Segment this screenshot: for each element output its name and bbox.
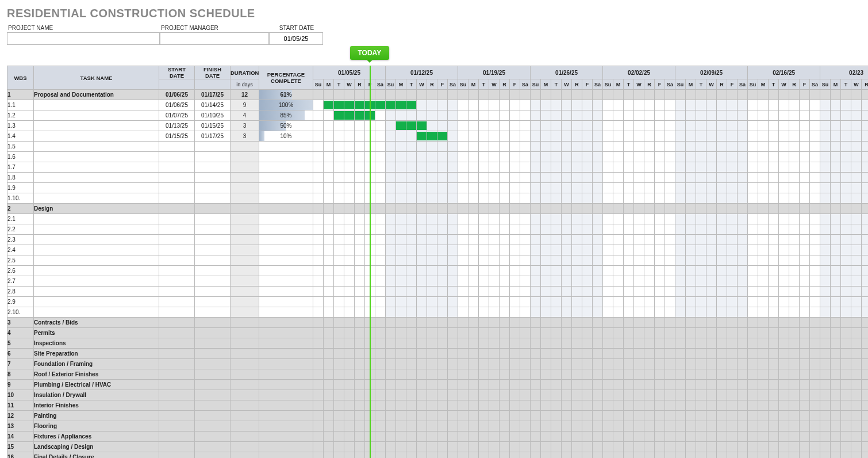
day-cell[interactable] (344, 380, 355, 390)
day-cell[interactable] (427, 400, 437, 411)
day-cell[interactable] (675, 152, 686, 162)
day-cell[interactable] (344, 142, 355, 152)
day-cell[interactable] (500, 400, 510, 411)
day-cell[interactable] (851, 214, 862, 224)
day-cell[interactable] (355, 276, 365, 287)
day-cell[interactable] (468, 142, 479, 152)
day-cell[interactable] (324, 307, 334, 318)
day-cell[interactable] (437, 432, 448, 442)
day-cell[interactable] (841, 432, 851, 442)
day-cell[interactable] (489, 297, 500, 307)
day-cell[interactable] (500, 359, 510, 369)
day-cell[interactable] (748, 380, 758, 390)
day-cell[interactable] (417, 266, 427, 276)
day-cell[interactable] (644, 400, 655, 411)
wbs-cell[interactable]: 15 (7, 442, 34, 452)
day-cell[interactable] (779, 411, 789, 421)
day-cell[interactable] (582, 90, 593, 100)
day-cell[interactable] (489, 110, 500, 121)
day-cell[interactable] (634, 287, 644, 297)
day-cell[interactable] (396, 400, 406, 411)
day-cell[interactable] (500, 183, 510, 193)
day-cell[interactable] (489, 142, 500, 152)
day-cell[interactable] (313, 400, 324, 411)
day-cell[interactable] (727, 142, 738, 152)
day-cell[interactable] (427, 297, 437, 307)
day-cell[interactable] (748, 390, 758, 400)
duration-cell[interactable] (231, 152, 259, 162)
day-cell[interactable] (758, 287, 769, 297)
day-cell[interactable] (375, 328, 386, 338)
day-cell[interactable] (655, 183, 665, 193)
day-cell[interactable] (789, 349, 800, 359)
day-cell[interactable] (738, 235, 748, 245)
day-cell[interactable] (665, 349, 675, 359)
day-cell[interactable] (334, 235, 344, 245)
day-cell[interactable] (851, 235, 862, 245)
day-cell[interactable] (572, 328, 582, 338)
wbs-cell[interactable]: 1.9 (7, 183, 34, 193)
day-cell[interactable] (748, 297, 758, 307)
day-cell[interactable] (613, 110, 624, 121)
day-cell[interactable] (748, 110, 758, 121)
day-cell[interactable] (779, 318, 789, 328)
day-cell[interactable] (386, 421, 396, 432)
day-cell[interactable] (603, 318, 613, 328)
wbs-cell[interactable]: 2.10. (7, 307, 34, 318)
start-cell[interactable] (159, 307, 195, 318)
day-cell[interactable] (675, 380, 686, 390)
day-cell[interactable] (686, 287, 696, 297)
day-cell[interactable] (789, 193, 800, 204)
day-cell[interactable] (375, 90, 386, 100)
day-cell[interactable] (810, 432, 820, 442)
day-cell[interactable] (562, 100, 572, 110)
finish-cell[interactable] (195, 442, 231, 452)
day-cell[interactable] (479, 452, 489, 459)
day-cell[interactable] (582, 359, 593, 369)
day-cell[interactable] (334, 369, 344, 380)
day-cell[interactable] (820, 224, 831, 235)
day-cell[interactable] (644, 121, 655, 131)
day-cell[interactable] (800, 390, 810, 400)
day-cell[interactable] (862, 297, 868, 307)
day-cell[interactable] (355, 442, 365, 452)
day-cell[interactable] (375, 183, 386, 193)
day-cell[interactable] (696, 318, 706, 328)
day-cell[interactable] (706, 287, 717, 297)
day-cell[interactable] (375, 442, 386, 452)
day-cell[interactable] (738, 318, 748, 328)
day-cell[interactable] (665, 131, 675, 142)
day-cell[interactable] (613, 245, 624, 255)
day-cell[interactable] (820, 100, 831, 110)
day-cell[interactable] (779, 110, 789, 121)
day-cell[interactable] (334, 359, 344, 369)
day-cell[interactable] (417, 452, 427, 459)
pct-cell[interactable] (259, 432, 313, 442)
day-cell[interactable] (324, 390, 334, 400)
day-cell[interactable] (489, 380, 500, 390)
day-cell[interactable] (758, 400, 769, 411)
day-cell[interactable] (334, 173, 344, 183)
day-cell[interactable] (344, 307, 355, 318)
task-cell[interactable] (34, 297, 159, 307)
day-cell[interactable] (789, 131, 800, 142)
day-cell[interactable] (686, 349, 696, 359)
finish-cell[interactable] (195, 359, 231, 369)
duration-cell[interactable] (231, 214, 259, 224)
day-cell[interactable] (644, 390, 655, 400)
day-cell[interactable] (727, 276, 738, 287)
day-cell[interactable] (406, 411, 417, 421)
day-cell[interactable] (500, 349, 510, 359)
day-cell[interactable] (758, 204, 769, 214)
day-cell[interactable] (489, 266, 500, 276)
day-cell[interactable] (531, 152, 541, 162)
day-cell[interactable] (634, 421, 644, 432)
day-cell[interactable] (862, 110, 868, 121)
day-cell[interactable] (313, 421, 324, 432)
day-cell[interactable] (603, 235, 613, 245)
start-cell[interactable] (159, 390, 195, 400)
day-cell[interactable] (510, 235, 520, 245)
day-cell[interactable] (696, 297, 706, 307)
day-cell[interactable] (738, 142, 748, 152)
day-cell[interactable] (448, 193, 458, 204)
